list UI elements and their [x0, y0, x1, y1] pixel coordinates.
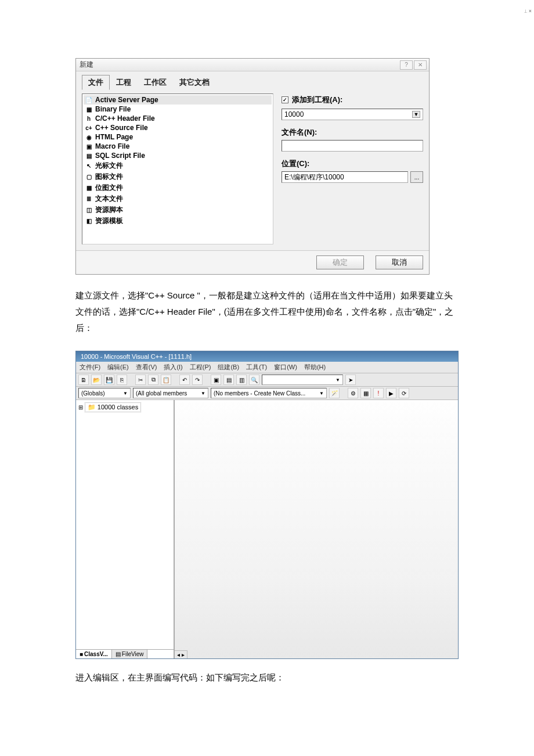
- wand-icon[interactable]: 🪄: [329, 388, 340, 398]
- compile-icon[interactable]: ⚙: [348, 388, 358, 398]
- chevron-down-icon: ▼: [412, 111, 420, 118]
- globals-combo[interactable]: (Globals)▼: [78, 388, 131, 398]
- location-input[interactable]: [282, 171, 408, 183]
- class-combo[interactable]: (No members - Create New Class...▼: [211, 388, 327, 398]
- undo-icon[interactable]: ↶: [179, 375, 190, 385]
- project-dropdown[interactable]: 10000 ▼: [282, 109, 423, 120]
- menu-item[interactable]: 窗口(W): [274, 363, 297, 372]
- copy-icon[interactable]: ⧉: [148, 375, 158, 385]
- ok-button[interactable]: 确定: [316, 255, 364, 269]
- dialog-title: 新建: [80, 60, 93, 70]
- paragraph-1: 建立源文件，选择"C++ Source "，一般都是建立这种文件的（适用在当文件…: [75, 287, 459, 336]
- h-file-icon: h: [85, 114, 93, 123]
- tool-icon[interactable]: ▥: [236, 375, 247, 385]
- page-icon: 📄: [85, 96, 93, 104]
- icon-file-icon: ▢: [85, 173, 93, 181]
- tab-workspace[interactable]: 工作区: [138, 75, 173, 90]
- location-label: 位置(C):: [282, 159, 423, 169]
- new-file-dialog: 新建 ? ✕ 文件 工程 工作区 其它文档 📄Active Server Pag…: [75, 58, 430, 275]
- open-icon[interactable]: 📂: [91, 375, 102, 385]
- list-item: ≣文本文件: [84, 193, 272, 204]
- list-item: ◧资源模板: [84, 215, 272, 226]
- list-item: ▤SQL Script File: [84, 151, 272, 160]
- vc-editor[interactable]: ◂ ▸: [175, 400, 458, 658]
- paragraph-2: 进入编辑区，在主界面编写代码：如下编写完之后呢：: [75, 669, 459, 686]
- add-to-project-label: 添加到工程(A):: [292, 95, 342, 105]
- file-type-list[interactable]: 📄Active Server Page ▦Binary File hC/C++ …: [82, 93, 273, 244]
- find-icon[interactable]: 🔍: [249, 375, 259, 385]
- save-all-icon[interactable]: ⎘: [117, 375, 127, 385]
- close-button[interactable]: ✕: [414, 60, 427, 70]
- template-icon: ◧: [85, 217, 93, 225]
- vc-toolbar-2: (Globals)▼ (All global members▼ (No memb…: [76, 387, 458, 400]
- redo-icon[interactable]: ↷: [192, 375, 203, 385]
- save-icon[interactable]: 💾: [104, 375, 114, 385]
- tab-project[interactable]: 工程: [110, 75, 138, 90]
- help-button[interactable]: ?: [400, 60, 413, 70]
- panel-pin-icon[interactable]: ⟂ ×: [524, 8, 532, 14]
- menu-item[interactable]: 编辑(E): [107, 363, 129, 372]
- list-item: ▣Macro File: [84, 142, 272, 151]
- list-item: ↖光标文件: [84, 160, 272, 171]
- menu-item[interactable]: 插入(I): [164, 363, 182, 372]
- build-icon[interactable]: ▦: [360, 388, 371, 398]
- scroll-corner[interactable]: ◂ ▸: [175, 650, 187, 658]
- go-icon[interactable]: ➤: [345, 375, 356, 385]
- tree-root[interactable]: 📁 10000 classes: [85, 402, 141, 412]
- members-combo[interactable]: (All global members▼: [133, 388, 208, 398]
- run-icon[interactable]: ▶: [386, 388, 396, 398]
- vc-sidebar: ⊞ 📁 10000 classes ⟂ × ■ClassV... ▤FileVi…: [76, 400, 175, 658]
- tab-fileview[interactable]: ▤FileView: [112, 650, 148, 658]
- menu-item[interactable]: 组建(B): [218, 363, 239, 372]
- tab-classview[interactable]: ■ClassV...: [76, 650, 112, 658]
- search-combo[interactable]: ▼: [262, 375, 343, 385]
- menu-item[interactable]: 帮助(H): [304, 363, 326, 372]
- tool-icon[interactable]: ▣: [211, 375, 221, 385]
- vc-menu-bar: 文件(F) 编辑(E) 查看(V) 插入(I) 工程(P) 组建(B) 工具(T…: [76, 362, 458, 373]
- dialog-titlebar: 新建 ? ✕: [76, 59, 429, 71]
- list-item: ◫资源脚本: [84, 204, 272, 215]
- cpp-file-icon: c+: [85, 124, 93, 132]
- cut-icon[interactable]: ✂: [135, 375, 146, 385]
- stop-icon[interactable]: !: [373, 388, 384, 398]
- tab-other[interactable]: 其它文档: [173, 75, 216, 90]
- cancel-button[interactable]: 取消: [376, 255, 423, 269]
- list-item: ▦Binary File: [84, 105, 272, 114]
- cursor-icon: ↖: [85, 162, 93, 170]
- list-item: ▩位图文件: [84, 182, 272, 193]
- menu-item[interactable]: 文件(F): [80, 363, 100, 372]
- binary-icon: ▦: [85, 105, 93, 113]
- filename-label: 文件名(N):: [282, 127, 423, 138]
- vc-window-title: 10000 - Microsoft Visual C++ - [1111.h]: [76, 351, 458, 362]
- add-to-project-checkbox[interactable]: ✓: [282, 96, 288, 103]
- menu-item[interactable]: 工具(T): [246, 363, 267, 372]
- vc-toolbar-1: 🗎 📂 💾 ⎘ ✂ ⧉ 📋 ↶ ↷ ▣ ▤ ▥ 🔍 ▼ ➤: [76, 373, 458, 387]
- html-icon: ◉: [85, 133, 93, 141]
- class-tree[interactable]: ⊞ 📁 10000 classes ⟂ ×: [76, 400, 174, 649]
- macro-icon: ▣: [85, 142, 93, 150]
- list-item: 📄Active Server Page: [84, 95, 272, 105]
- list-item: ▢图标文件: [84, 171, 272, 182]
- list-item: ◉HTML Page: [84, 132, 272, 142]
- bitmap-icon: ▩: [85, 184, 93, 192]
- new-icon[interactable]: 🗎: [78, 375, 89, 385]
- filename-input[interactable]: [282, 140, 423, 152]
- tool-icon[interactable]: ▤: [223, 375, 234, 385]
- tab-file[interactable]: 文件: [82, 75, 110, 90]
- vc-window: 10000 - Microsoft Visual C++ - [1111.h] …: [75, 351, 459, 659]
- text-icon: ≣: [85, 195, 93, 203]
- resource-icon: ◫: [85, 206, 93, 214]
- dialog-tabs: 文件 工程 工作区 其它文档: [76, 71, 429, 90]
- list-item: c+C++ Source File: [84, 123, 272, 132]
- browse-button[interactable]: ...: [410, 171, 423, 183]
- debug-icon[interactable]: ⟳: [399, 388, 409, 398]
- menu-item[interactable]: 工程(P): [190, 363, 211, 372]
- paste-icon[interactable]: 📋: [161, 375, 171, 385]
- menu-item[interactable]: 查看(V): [136, 363, 157, 372]
- sql-icon: ▤: [85, 152, 93, 160]
- list-item: hC/C++ Header File: [84, 114, 272, 123]
